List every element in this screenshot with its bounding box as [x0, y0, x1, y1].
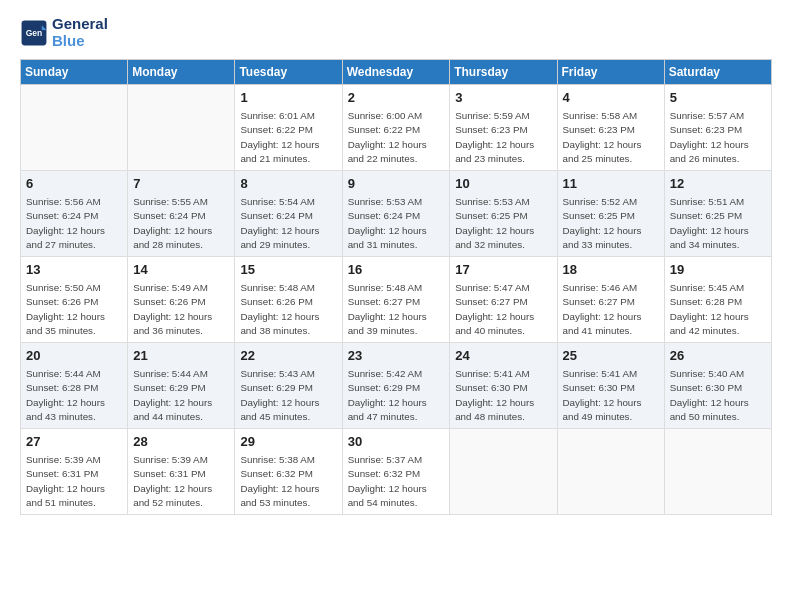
calendar-cell: 4Sunrise: 5:58 AM Sunset: 6:23 PM Daylig… [557, 85, 664, 171]
day-number: 26 [670, 347, 766, 365]
logo-text-line1: General [52, 16, 108, 33]
day-info: Sunrise: 5:54 AM Sunset: 6:24 PM Dayligh… [240, 195, 336, 252]
day-number: 29 [240, 433, 336, 451]
calendar-table: SundayMondayTuesdayWednesdayThursdayFrid… [20, 59, 772, 515]
day-header-thursday: Thursday [450, 60, 557, 85]
day-number: 23 [348, 347, 445, 365]
day-number: 28 [133, 433, 229, 451]
svg-text:Gen: Gen [26, 28, 43, 38]
day-number: 12 [670, 175, 766, 193]
calendar-cell: 24Sunrise: 5:41 AM Sunset: 6:30 PM Dayli… [450, 343, 557, 429]
calendar-cell: 30Sunrise: 5:37 AM Sunset: 6:32 PM Dayli… [342, 429, 450, 515]
day-info: Sunrise: 5:57 AM Sunset: 6:23 PM Dayligh… [670, 109, 766, 166]
day-header-saturday: Saturday [664, 60, 771, 85]
day-number: 21 [133, 347, 229, 365]
day-info: Sunrise: 5:37 AM Sunset: 6:32 PM Dayligh… [348, 453, 445, 510]
logo-text-line2: Blue [52, 33, 108, 50]
calendar-cell: 5Sunrise: 5:57 AM Sunset: 6:23 PM Daylig… [664, 85, 771, 171]
day-info: Sunrise: 5:55 AM Sunset: 6:24 PM Dayligh… [133, 195, 229, 252]
day-header-friday: Friday [557, 60, 664, 85]
calendar-cell: 25Sunrise: 5:41 AM Sunset: 6:30 PM Dayli… [557, 343, 664, 429]
day-info: Sunrise: 5:51 AM Sunset: 6:25 PM Dayligh… [670, 195, 766, 252]
day-info: Sunrise: 5:48 AM Sunset: 6:27 PM Dayligh… [348, 281, 445, 338]
day-info: Sunrise: 6:01 AM Sunset: 6:22 PM Dayligh… [240, 109, 336, 166]
calendar-cell [664, 429, 771, 515]
day-info: Sunrise: 5:47 AM Sunset: 6:27 PM Dayligh… [455, 281, 551, 338]
day-number: 11 [563, 175, 659, 193]
day-header-monday: Monday [128, 60, 235, 85]
calendar-cell: 7Sunrise: 5:55 AM Sunset: 6:24 PM Daylig… [128, 171, 235, 257]
day-info: Sunrise: 5:44 AM Sunset: 6:28 PM Dayligh… [26, 367, 122, 424]
day-number: 24 [455, 347, 551, 365]
day-number: 30 [348, 433, 445, 451]
calendar-cell: 20Sunrise: 5:44 AM Sunset: 6:28 PM Dayli… [21, 343, 128, 429]
day-info: Sunrise: 5:53 AM Sunset: 6:24 PM Dayligh… [348, 195, 445, 252]
calendar-cell: 23Sunrise: 5:42 AM Sunset: 6:29 PM Dayli… [342, 343, 450, 429]
calendar-cell [21, 85, 128, 171]
day-number: 9 [348, 175, 445, 193]
day-number: 18 [563, 261, 659, 279]
day-info: Sunrise: 6:00 AM Sunset: 6:22 PM Dayligh… [348, 109, 445, 166]
calendar-cell [128, 85, 235, 171]
day-number: 25 [563, 347, 659, 365]
day-info: Sunrise: 5:43 AM Sunset: 6:29 PM Dayligh… [240, 367, 336, 424]
day-number: 14 [133, 261, 229, 279]
day-info: Sunrise: 5:48 AM Sunset: 6:26 PM Dayligh… [240, 281, 336, 338]
day-number: 5 [670, 89, 766, 107]
day-header-wednesday: Wednesday [342, 60, 450, 85]
calendar-cell: 11Sunrise: 5:52 AM Sunset: 6:25 PM Dayli… [557, 171, 664, 257]
day-info: Sunrise: 5:49 AM Sunset: 6:26 PM Dayligh… [133, 281, 229, 338]
day-info: Sunrise: 5:59 AM Sunset: 6:23 PM Dayligh… [455, 109, 551, 166]
day-number: 2 [348, 89, 445, 107]
day-number: 16 [348, 261, 445, 279]
calendar-cell: 9Sunrise: 5:53 AM Sunset: 6:24 PM Daylig… [342, 171, 450, 257]
day-info: Sunrise: 5:41 AM Sunset: 6:30 PM Dayligh… [455, 367, 551, 424]
day-number: 27 [26, 433, 122, 451]
day-info: Sunrise: 5:39 AM Sunset: 6:31 PM Dayligh… [26, 453, 122, 510]
calendar-cell: 3Sunrise: 5:59 AM Sunset: 6:23 PM Daylig… [450, 85, 557, 171]
calendar-cell: 1Sunrise: 6:01 AM Sunset: 6:22 PM Daylig… [235, 85, 342, 171]
day-number: 7 [133, 175, 229, 193]
calendar-cell: 10Sunrise: 5:53 AM Sunset: 6:25 PM Dayli… [450, 171, 557, 257]
day-info: Sunrise: 5:39 AM Sunset: 6:31 PM Dayligh… [133, 453, 229, 510]
day-number: 19 [670, 261, 766, 279]
day-info: Sunrise: 5:40 AM Sunset: 6:30 PM Dayligh… [670, 367, 766, 424]
day-info: Sunrise: 5:50 AM Sunset: 6:26 PM Dayligh… [26, 281, 122, 338]
day-info: Sunrise: 5:46 AM Sunset: 6:27 PM Dayligh… [563, 281, 659, 338]
day-number: 8 [240, 175, 336, 193]
day-number: 17 [455, 261, 551, 279]
day-number: 4 [563, 89, 659, 107]
calendar-cell: 2Sunrise: 6:00 AM Sunset: 6:22 PM Daylig… [342, 85, 450, 171]
calendar-cell: 21Sunrise: 5:44 AM Sunset: 6:29 PM Dayli… [128, 343, 235, 429]
day-info: Sunrise: 5:56 AM Sunset: 6:24 PM Dayligh… [26, 195, 122, 252]
calendar-cell: 16Sunrise: 5:48 AM Sunset: 6:27 PM Dayli… [342, 257, 450, 343]
day-number: 13 [26, 261, 122, 279]
day-number: 20 [26, 347, 122, 365]
calendar-cell [557, 429, 664, 515]
calendar-cell: 26Sunrise: 5:40 AM Sunset: 6:30 PM Dayli… [664, 343, 771, 429]
calendar-cell: 28Sunrise: 5:39 AM Sunset: 6:31 PM Dayli… [128, 429, 235, 515]
day-number: 6 [26, 175, 122, 193]
calendar-cell: 22Sunrise: 5:43 AM Sunset: 6:29 PM Dayli… [235, 343, 342, 429]
day-info: Sunrise: 5:53 AM Sunset: 6:25 PM Dayligh… [455, 195, 551, 252]
calendar-cell [450, 429, 557, 515]
day-number: 3 [455, 89, 551, 107]
calendar-cell: 13Sunrise: 5:50 AM Sunset: 6:26 PM Dayli… [21, 257, 128, 343]
calendar-cell: 17Sunrise: 5:47 AM Sunset: 6:27 PM Dayli… [450, 257, 557, 343]
day-info: Sunrise: 5:45 AM Sunset: 6:28 PM Dayligh… [670, 281, 766, 338]
day-number: 15 [240, 261, 336, 279]
calendar-cell: 19Sunrise: 5:45 AM Sunset: 6:28 PM Dayli… [664, 257, 771, 343]
logo-icon: Gen [20, 19, 48, 47]
day-number: 10 [455, 175, 551, 193]
calendar-cell: 29Sunrise: 5:38 AM Sunset: 6:32 PM Dayli… [235, 429, 342, 515]
day-info: Sunrise: 5:58 AM Sunset: 6:23 PM Dayligh… [563, 109, 659, 166]
calendar-cell: 12Sunrise: 5:51 AM Sunset: 6:25 PM Dayli… [664, 171, 771, 257]
day-info: Sunrise: 5:44 AM Sunset: 6:29 PM Dayligh… [133, 367, 229, 424]
logo: Gen General Blue [20, 16, 108, 49]
calendar-cell: 8Sunrise: 5:54 AM Sunset: 6:24 PM Daylig… [235, 171, 342, 257]
day-header-sunday: Sunday [21, 60, 128, 85]
day-info: Sunrise: 5:42 AM Sunset: 6:29 PM Dayligh… [348, 367, 445, 424]
day-info: Sunrise: 5:52 AM Sunset: 6:25 PM Dayligh… [563, 195, 659, 252]
day-info: Sunrise: 5:41 AM Sunset: 6:30 PM Dayligh… [563, 367, 659, 424]
day-header-tuesday: Tuesday [235, 60, 342, 85]
